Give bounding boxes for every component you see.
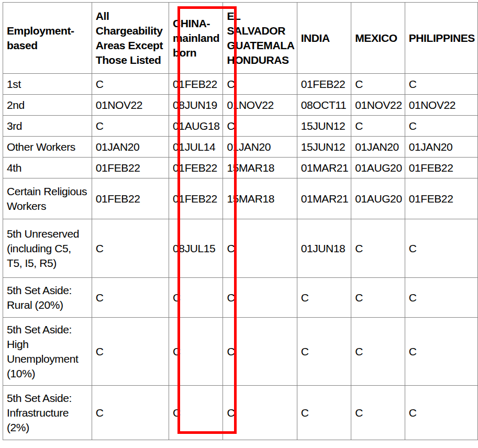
cell-value: C — [351, 116, 405, 137]
table-row-5th-unreserved: 5th Unreserved (including C5, T5, I5, R5… — [3, 219, 478, 278]
cell-value: 15MAR18 — [223, 178, 297, 219]
cell-value: 01AUG18 — [169, 116, 223, 137]
cell-value: C — [297, 318, 351, 386]
cell-value: 01NOV22 — [92, 95, 169, 116]
cell-value: 01JUL14 — [169, 137, 223, 158]
cell-value: C — [92, 116, 169, 137]
cell-value: C — [169, 386, 223, 440]
column-header-employment-based: Employment-based — [3, 3, 92, 74]
cell-value: C — [223, 116, 297, 137]
row-category: 4th — [3, 158, 92, 178]
cell-value: C — [223, 219, 297, 278]
cell-value: C — [297, 386, 351, 440]
row-category: Other Workers — [3, 137, 92, 158]
cell-value: 01AUG20 — [351, 178, 405, 219]
cell-value: 01JAN20 — [405, 137, 477, 158]
employment-based-visa-table: Employment-based All Chargeability Areas… — [3, 2, 478, 440]
cell-value: C — [297, 278, 351, 318]
column-header-india: INDIA — [297, 3, 351, 74]
cell-value: C — [405, 116, 477, 137]
cell-value: 01NOV22 — [223, 95, 297, 116]
cell-value: C — [92, 386, 169, 440]
row-category: 5th Set Aside: High Unemployment (10%) — [3, 318, 92, 386]
table-row-other-workers: Other Workers 01JAN20 01JUL14 01JAN20 15… — [3, 137, 478, 158]
row-category: 5th Set Aside: Rural (20%) — [3, 278, 92, 318]
row-category: 5th Set Aside: Infrastructure (2%) — [3, 386, 92, 440]
cell-value: 01FEB22 — [92, 158, 169, 178]
cell-value: 01FEB22 — [297, 74, 351, 95]
cell-value: 01MAR21 — [297, 178, 351, 219]
cell-value: 01JAN20 — [92, 137, 169, 158]
column-header-all-chargeability: All Chargeability Areas Except Those Lis… — [92, 3, 169, 74]
cell-value: 08OCT11 — [297, 95, 351, 116]
cell-value: 08JUN19 — [169, 95, 223, 116]
cell-value: C — [223, 318, 297, 386]
table-row-2nd: 2nd 01NOV22 08JUN19 01NOV22 08OCT11 01NO… — [3, 95, 478, 116]
cell-value: 01NOV22 — [351, 95, 405, 116]
cell-value: C — [351, 74, 405, 95]
table-row-5th-set-aside-infrastructure: 5th Set Aside: Infrastructure (2%) C C C… — [3, 386, 478, 440]
header-row: Employment-based All Chargeability Areas… — [3, 3, 478, 74]
table-row-3rd: 3rd C 01AUG18 C 15JUN12 C C — [3, 116, 478, 137]
row-category: 5th Unreserved (including C5, T5, I5, R5… — [3, 219, 92, 278]
table-row-5th-set-aside-rural: 5th Set Aside: Rural (20%) C C C C C C — [3, 278, 478, 318]
visa-bulletin-page: Employment-based All Chargeability Areas… — [0, 0, 478, 448]
cell-value: 01JAN20 — [223, 137, 297, 158]
cell-value: 01JAN20 — [351, 137, 405, 158]
cell-value: 01FEB22 — [169, 178, 223, 219]
cell-value: C — [405, 318, 477, 386]
cell-value: C — [405, 386, 477, 440]
cell-value: C — [223, 386, 297, 440]
column-header-mexico: MEXICO — [351, 3, 405, 74]
cell-value: C — [92, 278, 169, 318]
row-category: Certain Religious Workers — [3, 178, 92, 219]
cell-value: 15JUN12 — [297, 116, 351, 137]
cell-value: C — [92, 74, 169, 95]
cell-value: 08JUL15 — [169, 219, 223, 278]
column-header-philippines: PHILIPPINES — [405, 3, 477, 74]
cell-value: 01JUN18 — [297, 219, 351, 278]
cell-value: C — [405, 74, 477, 95]
cell-value: C — [169, 278, 223, 318]
table-row-5th-set-aside-high-unemployment: 5th Set Aside: High Unemployment (10%) C… — [3, 318, 478, 386]
cell-value: C — [351, 386, 405, 440]
column-header-el-salvador-guatemala-honduras: EL SALVADOR GUATEMALA HONDURAS — [223, 3, 297, 74]
cell-value: 01AUG20 — [351, 158, 405, 178]
cell-value: C — [405, 278, 477, 318]
table-row-certain-religious-workers: Certain Religious Workers 01FEB22 01FEB2… — [3, 178, 478, 219]
cell-value: C — [223, 74, 297, 95]
cell-value: C — [405, 219, 477, 278]
cell-value: C — [351, 219, 405, 278]
cell-value: 01FEB22 — [92, 178, 169, 219]
cell-value: C — [92, 219, 169, 278]
cell-value: C — [169, 318, 223, 386]
cell-value: C — [351, 318, 405, 386]
cell-value: 15MAR18 — [223, 158, 297, 178]
cell-value: 01FEB22 — [405, 158, 477, 178]
cell-value: 01MAR21 — [297, 158, 351, 178]
row-category: 3rd — [3, 116, 92, 137]
cell-value: 01FEB22 — [169, 74, 223, 95]
cell-value: C — [351, 278, 405, 318]
table-row-4th: 4th 01FEB22 01FEB22 15MAR18 01MAR21 01AU… — [3, 158, 478, 178]
cell-value: C — [223, 278, 297, 318]
table-row-1st: 1st C 01FEB22 C 01FEB22 C C — [3, 74, 478, 95]
cell-value: 15JUN12 — [297, 137, 351, 158]
column-header-china-mainland: CHINA-mainland born — [169, 3, 223, 74]
cell-value: 01FEB22 — [405, 178, 477, 219]
cell-value: 01FEB22 — [169, 158, 223, 178]
cell-value: 01NOV22 — [405, 95, 477, 116]
row-category: 2nd — [3, 95, 92, 116]
cell-value: C — [92, 318, 169, 386]
row-category: 1st — [3, 74, 92, 95]
